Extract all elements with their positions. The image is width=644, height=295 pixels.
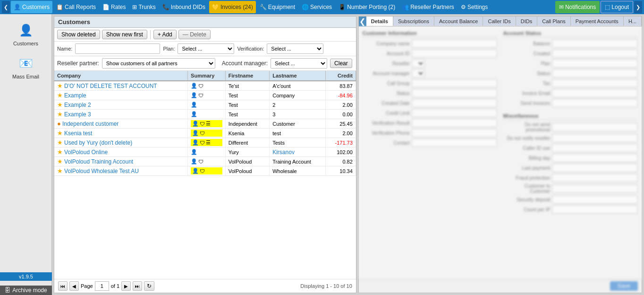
company-name-input[interactable] [412, 39, 498, 48]
tab-subscriptions[interactable]: Subscriptions [393, 17, 434, 26]
company-link[interactable]: VolPoloud Wholesale Test AU [64, 168, 139, 174]
created-date-input[interactable] [412, 99, 498, 107]
table-row[interactable]: ★ Used by Yury (don't delete)👤🛡☰Differen… [54, 138, 356, 148]
company-cell[interactable]: ★ D'O' NOT DELETE TEST ACCOUNT [54, 81, 188, 91]
account-manager-select[interactable] [412, 69, 425, 78]
show-deleted-button[interactable]: Show deleted [57, 30, 100, 39]
tab-more[interactable]: H... [624, 17, 642, 26]
caller-id-use-input[interactable] [552, 144, 638, 152]
company-link[interactable]: Example 2 [64, 102, 91, 108]
nav-number-porting[interactable]: 📱 Number Porting (2) [336, 1, 398, 13]
cust-to-cust-input[interactable] [552, 184, 638, 193]
col-credit[interactable]: Credit [326, 71, 356, 81]
company-cell[interactable]: ★ Example 3 [54, 110, 188, 119]
last-page-button[interactable]: ⏭ [133, 281, 142, 291]
nav-equipment[interactable]: 🔧 Equipment [257, 1, 298, 13]
billing-day-input[interactable] [552, 154, 638, 162]
lastname-link[interactable]: Kirsanov [272, 149, 295, 156]
table-row[interactable]: ★ VolPoloud Training Account👤🛡VolPoloudT… [54, 157, 356, 166]
nav-chevron-left[interactable]: ❮ [2, 1, 10, 13]
save-button[interactable]: Save [610, 281, 638, 291]
acc-created-input[interactable] [552, 49, 638, 58]
nav-inbound-dids[interactable]: 📞 Inbound DIDs [160, 1, 208, 13]
tab-account-balance[interactable]: Account Balance [434, 17, 483, 26]
company-cell[interactable]: ★ Example 2 [54, 100, 188, 110]
first-page-button[interactable]: ⏮ [58, 281, 68, 291]
add-button[interactable]: + Add [153, 30, 177, 39]
table-row[interactable]: ● Independent customer👤🛡☰IndependentCust… [54, 119, 356, 129]
nav-settings[interactable]: ⚙ Settings [458, 1, 491, 13]
table-row[interactable]: ★ Ksenia test👤🛡Kseniatest2.00 [54, 129, 356, 138]
show-new-first-button[interactable]: Show new first [102, 30, 147, 39]
acc-status-input[interactable] [552, 69, 638, 78]
nav-reseller-partners[interactable]: 👥 Reseller Partners [399, 1, 457, 13]
account-manager-filter-select[interactable]: Select ... [271, 58, 327, 69]
col-firstname[interactable]: Firstname [225, 71, 270, 81]
tax-input[interactable] [552, 79, 638, 87]
company-link[interactable]: Used by Yury (don't delete) [64, 139, 132, 146]
company-link[interactable]: VolPoloud Training Account [64, 158, 133, 165]
call-group-input[interactable] [412, 79, 498, 87]
company-cell[interactable]: ● Independent customer [54, 119, 188, 129]
sidebar-item-mass-email[interactable]: 📧 Mass Email [5, 51, 47, 82]
logout-button[interactable]: ⬚ Logout [601, 1, 633, 13]
reseller-select[interactable] [412, 59, 425, 68]
next-page-button[interactable]: ▶ [121, 281, 131, 291]
send-invoices-input[interactable] [552, 99, 638, 107]
do-not-notify-input[interactable] [552, 134, 638, 142]
plan-input[interactable] [552, 59, 638, 68]
do-not-send-input[interactable] [552, 123, 638, 131]
nav-invoices[interactable]: 💛 Invoices (24) [209, 1, 256, 13]
invoice-email-input[interactable] [552, 89, 638, 97]
verification-result-input[interactable] [412, 119, 498, 127]
company-cell[interactable]: ★ VolPoloud Wholesale Test AU [54, 166, 188, 176]
nav-call-reports[interactable]: 📋 Call Reports [53, 1, 99, 13]
reseller-filter-select[interactable]: Show customers of all partners [102, 58, 215, 69]
count-per-ip-input[interactable] [552, 205, 638, 214]
archive-mode-button[interactable]: 🗄 Archive mode [0, 286, 52, 295]
verification-phone-input[interactable] [412, 129, 498, 137]
tab-call-plans[interactable]: Call Plans [537, 17, 571, 26]
company-link[interactable]: Ksenia test [64, 130, 92, 137]
col-lastname[interactable]: Lastname [270, 71, 326, 81]
contact-input[interactable] [412, 139, 498, 147]
table-row[interactable]: ★ Example 2👤Test22.00 [54, 100, 356, 110]
account-id-input[interactable] [412, 49, 498, 58]
balance-input[interactable] [552, 39, 638, 48]
table-row[interactable]: ★ Example👤🛡TestCompany-84.96 [54, 91, 356, 100]
notifications-button[interactable]: ✉ Notifications [555, 1, 600, 13]
table-row[interactable]: ★ Example 3👤Test30.00 [54, 110, 356, 119]
tab-caller-ids[interactable]: Caller IDs [483, 17, 516, 26]
page-number-input[interactable] [95, 281, 109, 291]
refresh-button[interactable]: ↻ [144, 281, 154, 291]
table-row[interactable]: ★ VolPoloud Online👤YuryKirsanov102.00 [54, 148, 356, 157]
tab-dids[interactable]: DIDs [516, 17, 537, 26]
name-filter-input[interactable] [75, 43, 160, 54]
company-cell[interactable]: ★ Ksenia test [54, 129, 188, 138]
table-row[interactable]: ★ VolPoloud Wholesale Test AU👤🛡VolPoloud… [54, 166, 356, 176]
sidebar-item-customers[interactable]: 👤 Customers [5, 18, 47, 49]
last-payment-input[interactable] [552, 164, 638, 172]
credit-limit-input[interactable] [412, 109, 498, 117]
company-link[interactable]: Independent customer [62, 121, 119, 127]
company-cell[interactable]: ★ VolPoloud Training Account [54, 157, 188, 166]
tab-details[interactable]: Details [366, 17, 393, 26]
nav-customers[interactable]: 👤 Customers [11, 1, 52, 13]
company-link[interactable]: VolPoloud Online [64, 149, 108, 156]
plan-filter-select[interactable]: Select ... [178, 43, 234, 54]
company-link[interactable]: Example 3 [64, 111, 91, 118]
table-row[interactable]: ★ D'O' NOT DELETE TEST ACCOUNT👤🛡Te'stA'c… [54, 81, 356, 91]
fraud-protection-input[interactable] [552, 174, 638, 182]
nav-services[interactable]: 🌐 Services [299, 1, 335, 13]
nav-trunks[interactable]: ⊞ Trunks [129, 1, 158, 13]
company-cell[interactable]: ★ Example [54, 91, 188, 100]
prev-page-button[interactable]: ◀ [69, 281, 79, 291]
col-company[interactable]: Company [54, 71, 188, 81]
delete-button[interactable]: — Delete [178, 30, 211, 39]
nav-chevron-right[interactable]: ❯ [634, 1, 642, 13]
company-cell[interactable]: ★ Used by Yury (don't delete) [54, 138, 188, 148]
tab-payment-accounts[interactable]: Payment Accounts [571, 17, 624, 26]
right-panel-toggle[interactable]: ❮ [359, 17, 366, 26]
company-link[interactable]: D'O' NOT DELETE TEST ACCOUNT [64, 83, 157, 89]
verification-filter-select[interactable]: Select ... [267, 43, 323, 54]
